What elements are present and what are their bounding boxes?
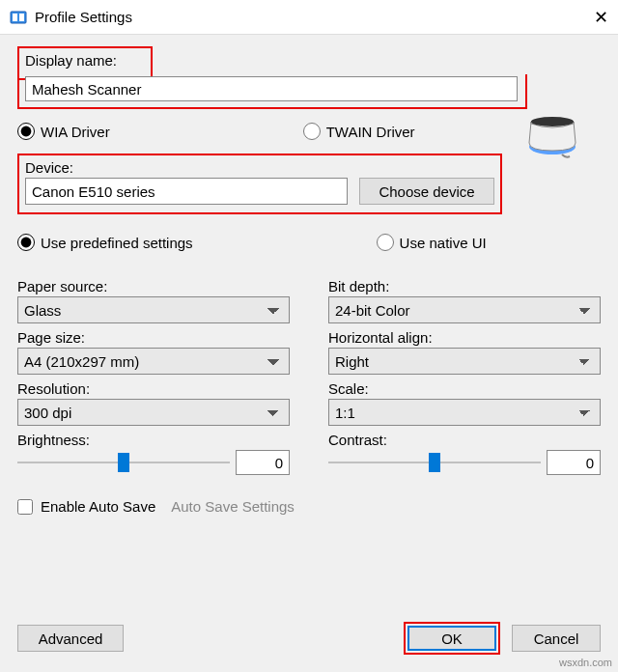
resolution-select[interactable]: 300 dpi [17,399,290,426]
device-label: Device: [25,159,494,176]
window-title: Profile Settings [35,9,579,25]
twain-driver-label: TWAIN Driver [326,124,415,140]
contrast-slider[interactable] [328,452,541,473]
app-icon [10,9,27,26]
native-ui-radio[interactable]: Use native UI [377,234,487,251]
title-bar: Profile Settings ✕ [0,0,618,35]
ok-highlight: OK [404,622,500,655]
cancel-button[interactable]: Cancel [512,625,601,652]
paper-source-select[interactable]: Glass [17,296,290,323]
page-size-select[interactable]: A4 (210x297 mm) [17,348,290,375]
halign-select[interactable]: Right [328,348,601,375]
svg-rect-2 [19,14,24,21]
contrast-value[interactable] [547,450,601,475]
native-ui-label: Use native UI [400,235,487,251]
halign-label: Horizontal align: [328,329,601,346]
client-area: Display name: WIA Driver TWAIN Driver [0,35,618,672]
device-highlight: Device: Choose device [17,154,502,214]
scale-label: Scale: [328,380,601,397]
watermark: wsxdn.com [559,657,612,668]
settings-columns: Paper source: Glass Page size: A4 (210x2… [17,278,601,481]
twain-driver-input[interactable] [303,123,321,140]
advanced-button[interactable]: Advanced [17,625,124,652]
autosave-settings-link: Auto Save Settings [171,498,295,515]
driver-radio-group: WIA Driver TWAIN Driver [17,123,601,140]
svg-rect-1 [13,14,17,21]
enable-autosave-checkbox[interactable] [17,499,33,515]
wia-driver-input[interactable] [17,123,35,140]
contrast-label: Contrast: [328,432,601,448]
enable-autosave-label: Enable Auto Save [41,498,155,515]
twain-driver-radio[interactable]: TWAIN Driver [303,123,415,140]
brightness-slider[interactable] [17,452,230,473]
right-column: Bit depth: 24-bit Color Horizontal align… [328,278,601,481]
bottom-buttons: Advanced OK Cancel [17,622,601,655]
scale-select[interactable]: 1:1 [328,399,601,426]
wia-driver-radio[interactable]: WIA Driver [17,123,110,140]
scanner-icon [525,104,579,161]
brightness-label: Brightness: [17,432,290,448]
bit-depth-label: Bit depth: [328,278,601,294]
paper-source-label: Paper source: [17,278,290,294]
resolution-label: Resolution: [17,380,290,397]
native-ui-input[interactable] [377,234,394,251]
close-icon[interactable]: ✕ [579,7,608,28]
choose-device-button[interactable]: Choose device [359,178,494,205]
bit-depth-select[interactable]: 24-bit Color [328,296,601,323]
predefined-settings-label: Use predefined settings [41,235,193,251]
display-name-input[interactable] [25,76,518,101]
autosave-row: Enable Auto Save Auto Save Settings [17,498,601,515]
page-size-label: Page size: [17,329,290,346]
ok-button[interactable]: OK [407,626,496,651]
wia-driver-label: WIA Driver [41,124,110,140]
left-column: Paper source: Glass Page size: A4 (210x2… [17,278,290,481]
predefined-settings-input[interactable] [17,234,35,251]
brightness-value[interactable] [236,450,290,475]
predefined-settings-radio[interactable]: Use predefined settings [17,234,193,251]
svg-point-4 [531,117,574,126]
display-name-label: Display name: [25,52,145,69]
device-field[interactable] [25,178,348,205]
settings-mode-group: Use predefined settings Use native UI [17,234,601,251]
